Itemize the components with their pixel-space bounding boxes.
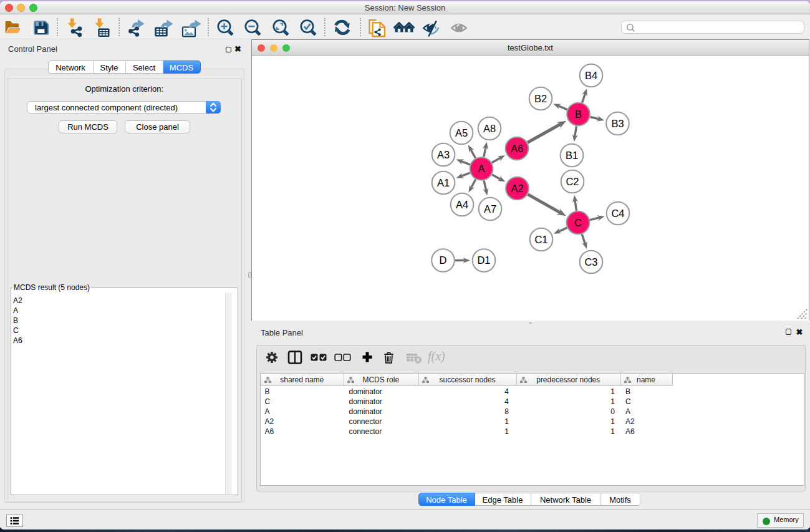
svg-text:A4: A4 bbox=[456, 199, 468, 210]
svg-text:A: A bbox=[478, 163, 485, 174]
svg-text:A6: A6 bbox=[511, 143, 523, 154]
svg-text:A5: A5 bbox=[455, 127, 468, 138]
svg-text:C1: C1 bbox=[534, 234, 547, 245]
svg-text:B2: B2 bbox=[534, 93, 547, 104]
svg-text:A1: A1 bbox=[437, 177, 450, 188]
svg-text:B: B bbox=[575, 109, 582, 120]
svg-text:B3: B3 bbox=[611, 118, 624, 129]
svg-text:B4: B4 bbox=[585, 70, 597, 81]
svg-text:C: C bbox=[574, 217, 582, 228]
svg-text:A8: A8 bbox=[483, 123, 496, 134]
svg-text:C2: C2 bbox=[566, 176, 579, 187]
svg-text:C4: C4 bbox=[611, 208, 624, 219]
svg-text:A3: A3 bbox=[437, 149, 450, 160]
svg-text:A2: A2 bbox=[511, 183, 523, 194]
svg-text:D: D bbox=[440, 254, 447, 266]
svg-text:A7: A7 bbox=[484, 203, 496, 215]
svg-text:C3: C3 bbox=[584, 256, 597, 268]
svg-text:D1: D1 bbox=[477, 254, 490, 266]
svg-text:B1: B1 bbox=[566, 150, 578, 161]
